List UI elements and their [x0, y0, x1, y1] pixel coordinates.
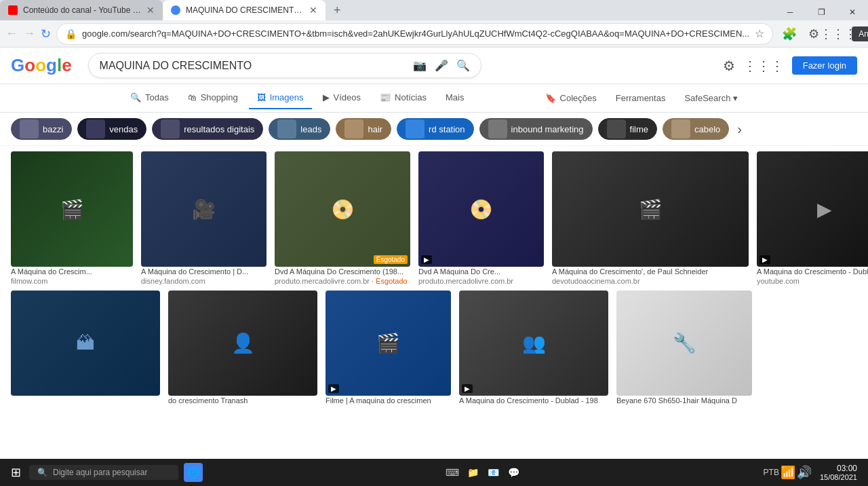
tab-mais[interactable]: Mais [437, 87, 472, 109]
chip-leads[interactable]: leads [269, 118, 330, 140]
taskbar-icon-3: 📧 [484, 463, 502, 482]
ferramentas-button[interactable]: Ferramentas [608, 88, 674, 109]
signin-button[interactable]: Fazer login [792, 56, 857, 75]
image-item-1[interactable]: 🎬 A Máquina do Crescim... filmow.com [11, 151, 133, 285]
apps-grid-button[interactable]: ⋮⋮⋮ [743, 58, 784, 74]
image-item-10[interactable]: 👥 ▶ A Maquina do Crescimento - Dublad - … [459, 291, 608, 406]
tab-noticias[interactable]: 📰 Notícias [372, 87, 435, 109]
image-4-source: produto.mercadolivre.com.br [418, 277, 544, 285]
star-bookmark-button[interactable]: ☆ [755, 27, 764, 40]
profile-button[interactable]: Anônima [852, 26, 868, 41]
image-item-3[interactable]: 📀 Esgotado Dvd A Máquina Do Crescimento … [275, 151, 410, 285]
image-9-thumb: 🎬 [326, 291, 451, 396]
video-badge-6: ▶ [760, 255, 770, 264]
logo-o1: o [24, 55, 35, 75]
tab-todas[interactable]: 🔍 Todas [122, 87, 177, 109]
logo-g2: g [46, 55, 57, 75]
tab-1-close[interactable]: ✕ [146, 5, 155, 16]
sold-badge-3: Esgotado [374, 255, 408, 264]
settings-search-button[interactable]: ⚙ [723, 58, 735, 74]
chip-leads-label: leads [300, 124, 321, 134]
logo-g: G [11, 55, 24, 75]
tray-network: 📶 [781, 465, 795, 480]
apps-button[interactable]: ⋮⋮⋮ [827, 23, 849, 45]
back-button[interactable]: ← [5, 23, 18, 45]
tab-2[interactable]: MAQUINA DO CRESCIMENTO - ... ✕ [163, 0, 326, 20]
image-10-thumb: 👥 [459, 291, 608, 396]
chip-vendas-label: vendas [109, 124, 138, 134]
chip-bazzi[interactable]: bazzi [11, 118, 72, 140]
tray-volume: 🔊 [797, 465, 812, 480]
image-11-label: Beyane 670 Sh650-1hair Máquina D [616, 396, 752, 406]
chip-hair[interactable]: hair [336, 118, 391, 140]
clock: 03:00 15/08/2021 [814, 464, 863, 481]
camera-search-button[interactable]: 📷 [413, 59, 427, 72]
image-9-label: Filme | A maquina do crescimen [326, 396, 451, 406]
minimize-button[interactable]: ─ [774, 0, 806, 24]
ferramentas-label: Ferramentas [616, 93, 666, 103]
chrome-icon: 🌐 [186, 466, 200, 479]
imagens-label: Imagens [270, 92, 304, 102]
chip-vendas[interactable]: vendas [77, 118, 146, 140]
image-item-4[interactable]: 📀 ▶ Dvd A Máquina Do Cre... produto.merc… [418, 151, 544, 285]
colecoes-button[interactable]: 🔖 Coleções [537, 88, 605, 109]
search-box[interactable]: 📷 🎤 🔍 [88, 53, 481, 78]
safesearch-button[interactable]: SafeSearch ▾ [676, 88, 746, 109]
image-item-5[interactable]: 🎬 A Máquina do Crescimento', de Paul Sch… [552, 151, 749, 285]
google-page: Google 📷 🎤 🔍 ⚙ ⋮⋮⋮ Fazer login 🔍 Todas 🛍… [0, 48, 868, 482]
search-input[interactable] [100, 60, 408, 72]
reload-button[interactable]: ↻ [41, 23, 51, 45]
chip-cabelo[interactable]: cabelo [663, 118, 729, 140]
image-8-thumb: 👤 [168, 291, 317, 396]
image-item-8[interactable]: 👤 do crescimento Tranash [168, 291, 317, 406]
image-item-6[interactable]: ▶ ▶ A Maquina do Crescimento - Dublad...… [757, 151, 868, 285]
tab-1[interactable]: Conteúdo do canal - YouTube S... ✕ [0, 0, 163, 20]
search-right: ⚙ ⋮⋮⋮ Fazer login [723, 56, 857, 75]
extensions-button[interactable]: 🧩 [778, 23, 800, 45]
tab-2-title: MAQUINA DO CRESCIMENTO - ... [186, 5, 304, 15]
new-tab-button[interactable]: + [328, 1, 347, 20]
videos-icon: ▶ [323, 92, 330, 102]
chip-inbound[interactable]: inbound marketing [479, 118, 593, 140]
search-icons: 📷 🎤 🔍 [413, 59, 470, 72]
chip-resultados[interactable]: resultados digitais [152, 118, 263, 140]
video-badge-10: ▶ [462, 384, 473, 393]
chips-next-button[interactable]: › [734, 119, 745, 140]
videos-label: Vídeos [334, 92, 361, 102]
chip-rd[interactable]: rd station [397, 118, 473, 140]
tab-2-close[interactable]: ✕ [309, 5, 317, 16]
taskbar-icon-4: 💬 [504, 463, 523, 482]
tab-shopping[interactable]: 🛍 Shopping [180, 87, 246, 109]
url-text: google.com/search?q=MAQUINA+DO+CRESCIMEN… [82, 29, 749, 39]
image-item-2[interactable]: 🎥 A Máquina do Crescimento | D... disney… [141, 151, 267, 285]
chip-inbound-label: inbound marketing [511, 124, 584, 134]
image-2-label: A Máquina do Crescimento | D... [141, 267, 267, 277]
image-5-label: A Máquina do Crescimento', de Paul Schne… [552, 267, 749, 277]
voice-search-button[interactable]: 🎤 [435, 59, 448, 72]
close-button[interactable]: ✕ [837, 0, 868, 24]
taskbar-search[interactable]: 🔍 Digite aqui para pesquisar [29, 465, 178, 480]
tab-2-favicon [171, 5, 180, 15]
image-7-thumb: 🏔 [11, 291, 160, 396]
chrome-taskbar-icon[interactable]: 🌐 [184, 463, 203, 482]
tab-imagens[interactable]: 🖼 Imagens [249, 87, 312, 109]
image-item-9[interactable]: 🎬 ▶ Filme | A maquina do crescimen [326, 291, 451, 406]
tab-bar: Conteúdo do canal - YouTube S... ✕ MAQUI… [0, 0, 868, 20]
shopping-label: Shopping [201, 92, 238, 102]
restore-button[interactable]: ❐ [806, 0, 837, 24]
address-bar: ← → ↻ 🔒 google.com/search?q=MAQUINA+DO+C… [0, 20, 868, 48]
image-item-7[interactable]: 🏔 [11, 291, 160, 406]
todas-icon: 🔍 [130, 92, 141, 102]
image-3-label: Dvd A Máquina Do Crescimento (198... [275, 267, 410, 277]
tab-videos[interactable]: ▶ Vídeos [315, 87, 369, 109]
image-grid-row1: 🎬 A Máquina do Crescim... filmow.com 🎥 A… [0, 146, 868, 291]
forward-button[interactable]: → [23, 23, 35, 45]
start-button[interactable]: ⊞ [5, 462, 26, 483]
browser-chrome: Conteúdo do canal - YouTube S... ✕ MAQUI… [0, 0, 868, 48]
image-6-label: A Maquina do Crescimento - Dublad... [757, 267, 868, 277]
image-item-11[interactable]: 🔧 Beyane 670 Sh650-1hair Máquina D [616, 291, 752, 406]
url-bar[interactable]: 🔒 google.com/search?q=MAQUINA+DO+CRESCIM… [56, 23, 773, 45]
taskbar-icon-1: ⌨ [443, 463, 462, 482]
chip-filme[interactable]: filme [598, 118, 657, 140]
search-submit-button[interactable]: 🔍 [456, 59, 470, 72]
